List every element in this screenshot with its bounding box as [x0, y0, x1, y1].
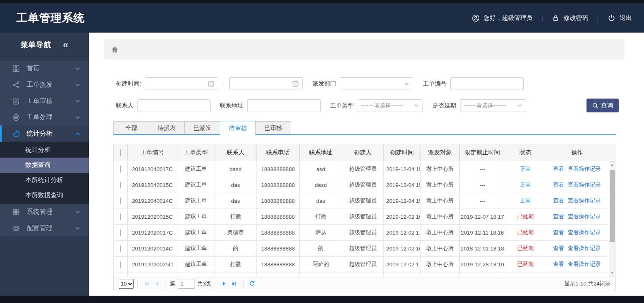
tab-全部[interactable]: 全部 [113, 121, 149, 134]
row-checkbox[interactable] [120, 245, 121, 252]
view-link[interactable]: 查看 [553, 166, 564, 172]
tab-已审核[interactable]: 已审核 [255, 121, 291, 134]
cell-target: 墩上中心所 [420, 161, 460, 177]
lock-icon [552, 14, 560, 22]
submenu-item-label: 本所统计分析 [25, 176, 63, 184]
column-header: 创建时间 [384, 144, 420, 161]
next-page-icon[interactable] [221, 281, 227, 287]
table-row: 201912020014C建议工单的18888888888的超级管理员2019-… [114, 241, 616, 257]
view-log-link[interactable]: 查看操作记录 [568, 213, 601, 220]
dispatch-dept-select[interactable] [340, 77, 413, 90]
scrollbar-thumb[interactable] [610, 170, 615, 242]
row-checkbox[interactable] [120, 229, 121, 236]
submenu-item[interactable]: 本所统计分析 [0, 173, 89, 188]
view-link[interactable]: 查看 [553, 198, 564, 204]
order-no-label: 工单编号 [423, 80, 447, 88]
view-log-link[interactable]: 查看操作记录 [568, 182, 601, 188]
cell-creator: 超级管理员 [342, 241, 384, 257]
address-input[interactable] [247, 99, 321, 112]
prev-page-icon[interactable] [154, 281, 160, 287]
view-log-link[interactable]: 查看操作记录 [568, 245, 601, 251]
order-no-input[interactable] [450, 77, 524, 90]
first-page-icon[interactable] [144, 281, 150, 287]
cell-created: 2019-12-02 17 [384, 225, 420, 241]
page-size-select[interactable]: 10 [119, 279, 134, 289]
sidebar-item[interactable]: 统计分析 [0, 125, 89, 142]
tab-待派发[interactable]: 待派发 [149, 121, 185, 134]
sidebar-item-label: 工单派发 [27, 81, 53, 89]
sidebar-item[interactable]: 工单审核 [0, 93, 89, 109]
cell-target: 墩上中心所 [420, 257, 460, 272]
cell-contact: 奥德赛 [215, 225, 257, 241]
cell-created: 2019-12-02 17 [384, 257, 420, 272]
sidebar-item-label: 系统管理 [27, 208, 53, 216]
cell-target: 墩上中心所 [420, 241, 460, 257]
tab-待审核[interactable]: 待审核 [220, 121, 256, 135]
row-checkbox[interactable] [120, 277, 121, 277]
row-checkbox[interactable] [120, 213, 121, 220]
home-icon[interactable] [111, 46, 119, 53]
table-row: 201912040014C建议工单das18888888888das超级管理员2… [114, 193, 616, 209]
sidebar-item[interactable]: 首页 [0, 60, 89, 77]
cell-order_no: 201912020014C [128, 241, 177, 257]
view-link[interactable]: 查看 [553, 229, 564, 235]
create-time-start-input[interactable] [145, 77, 218, 90]
last-page-icon[interactable] [231, 281, 237, 287]
submenu-item[interactable]: 统计分析 [0, 143, 89, 158]
page-input[interactable] [178, 279, 195, 289]
order-type-label: 工单类型 [330, 102, 354, 110]
contact-label: 联系人 [116, 102, 134, 110]
user-menu[interactable]: 您好，超级管理员 [472, 14, 533, 22]
status-badge: 正常 [520, 182, 531, 188]
create-time-end-input[interactable] [229, 77, 303, 90]
order-type-select[interactable]: -------请选择------- [358, 99, 423, 112]
cell-empty [342, 272, 384, 277]
cell-status: 正常 [505, 161, 546, 177]
sidebar-item[interactable]: 配置管理 [0, 220, 89, 236]
contact-input[interactable] [137, 99, 211, 112]
submenu-item[interactable]: 数据查询 [0, 158, 89, 173]
delay-select[interactable]: -------请选择------- [460, 99, 526, 112]
submenu-item[interactable]: 本所数据查询 [0, 188, 89, 203]
view-log-link[interactable]: 查看操作记录 [568, 166, 601, 172]
search-button[interactable]: 查询 [586, 99, 619, 112]
select-all-checkbox[interactable] [120, 149, 121, 156]
view-link[interactable]: 查看 [553, 261, 564, 267]
tab-已派发[interactable]: 已派发 [184, 121, 220, 134]
cell-target: 墩上中心所 [420, 209, 460, 225]
page: 工单管理系统 您好，超级管理员 | 修改密码 | 退出 菜单导航 « 首页 [0, 0, 644, 303]
view-link[interactable]: 查看 [553, 245, 564, 251]
cell-phone: 18888888888 [257, 161, 300, 177]
page-prefix: 第 [170, 280, 175, 288]
cell-target: 墩上中心所 [420, 193, 460, 209]
cell-creator: 超级管理员 [342, 257, 384, 272]
cell-empty [128, 272, 177, 277]
view-log-link[interactable]: 查看操作记录 [568, 261, 601, 267]
chevron-down-icon [75, 114, 81, 121]
view-log-link[interactable]: 查看操作记录 [568, 229, 601, 235]
share-icon [12, 81, 20, 89]
change-password-button[interactable]: 修改密码 [552, 14, 588, 22]
sidebar-item[interactable]: 工单处理 [0, 109, 89, 125]
refresh-icon[interactable] [249, 281, 255, 287]
view-log-link[interactable]: 查看操作记录 [568, 198, 601, 204]
cell-empty [300, 272, 342, 277]
row-checkbox[interactable] [120, 261, 121, 268]
cell-type: 建议工单 [177, 177, 215, 193]
row-checkbox[interactable] [120, 182, 121, 189]
cell-order_no: 201912020025C [128, 257, 177, 272]
scroll-down-icon[interactable]: ▼ [609, 271, 615, 276]
body: 菜单导航 « 首页工单派发工单审核工单处理统计分析统计分析数据查询本所统计分析本… [0, 33, 644, 296]
view-link[interactable]: 查看 [553, 213, 564, 220]
collapse-sidebar-icon[interactable]: « [63, 40, 68, 50]
sidebar-item[interactable]: 工单派发 [0, 77, 89, 93]
select-all-cell [114, 144, 128, 161]
scroll-up-icon[interactable]: ▲ [609, 162, 615, 167]
view-link[interactable]: 查看 [553, 182, 564, 188]
table-scrollbar[interactable]: ▲ ▼ [609, 161, 615, 277]
row-checkbox[interactable] [120, 198, 121, 204]
row-checkbox[interactable] [120, 166, 121, 173]
sidebar-item[interactable]: 系统管理 [0, 204, 89, 220]
cell-deadline: 2019-12-28 18:10 [460, 257, 505, 272]
logout-button[interactable]: 退出 [608, 14, 632, 22]
